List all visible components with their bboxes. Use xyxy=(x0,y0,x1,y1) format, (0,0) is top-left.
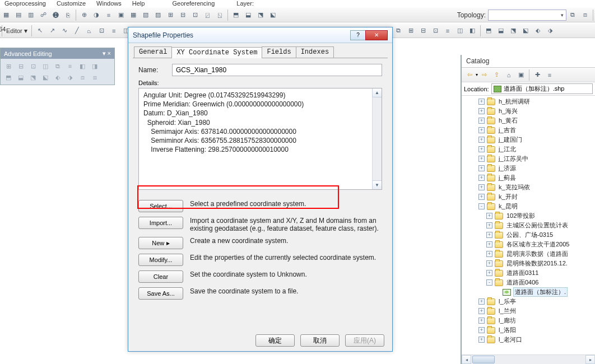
expand-toggle[interactable]: - xyxy=(478,203,485,209)
adv-tool-icon[interactable]: ⬖ xyxy=(52,72,63,83)
folder-toggle-icon[interactable]: ▣ xyxy=(515,69,527,81)
expand-toggle[interactable]: + xyxy=(478,337,485,343)
tree-item[interactable]: +h_杭州调研 xyxy=(463,97,595,106)
adv-tool-icon[interactable]: ◧ xyxy=(77,60,88,72)
dialog-help-button[interactable]: ? xyxy=(350,30,366,40)
tree-item[interactable]: +j_吉首 xyxy=(463,125,595,135)
dialog-close-button[interactable]: ✕ xyxy=(365,30,388,40)
catalog-horizontal-scrollbar[interactable]: ◂ ▸ xyxy=(462,354,595,364)
expand-toggle[interactable]: - xyxy=(486,279,492,286)
toolbar-icon[interactable]: ↖ xyxy=(34,25,45,36)
toolbar-icon[interactable]: ⬓ xyxy=(495,25,506,36)
tree-item[interactable]: +主城区公厕位置统计表 xyxy=(463,221,595,230)
toolbar-icon[interactable]: ≡ xyxy=(103,10,114,21)
toolbar-icon[interactable]: ⊡ xyxy=(96,25,107,36)
expand-toggle[interactable]: + xyxy=(478,327,485,333)
options-icon[interactable]: ≡ xyxy=(543,69,556,81)
toolbar-icon[interactable]: ▦ xyxy=(1,10,12,21)
expand-toggle[interactable]: + xyxy=(478,118,485,124)
connect-folder-icon[interactable]: ✚ xyxy=(531,69,543,81)
expand-toggle[interactable]: + xyxy=(486,232,492,238)
toolbar-icon[interactable]: ⊡ xyxy=(430,25,441,36)
toolbar-icon[interactable]: ⏢ xyxy=(83,25,95,36)
expand-toggle[interactable]: + xyxy=(478,194,485,200)
toolbar-icon[interactable]: ▧ xyxy=(140,10,151,21)
toolbar-icon[interactable]: ⧈ xyxy=(579,10,591,21)
scroll-down-icon[interactable]: ▼ xyxy=(372,180,382,190)
select-button[interactable]: Select... xyxy=(138,200,183,212)
tree-item[interactable]: +l_兰州 xyxy=(463,306,595,316)
expand-toggle[interactable]: + xyxy=(486,222,492,228)
adv-tool-icon[interactable]: ◫ xyxy=(40,60,51,72)
toolbar-icon[interactable]: ≡ xyxy=(442,25,453,36)
toolbar-icon[interactable]: ▥ xyxy=(25,10,36,21)
toolbar-icon[interactable]: ⊡ xyxy=(189,10,201,21)
expand-toggle[interactable]: + xyxy=(486,260,492,267)
expand-toggle[interactable]: + xyxy=(478,146,485,152)
adv-tool-icon[interactable]: ⬔ xyxy=(27,72,39,83)
toolbar-icon[interactable]: ⬒ xyxy=(230,10,241,21)
main-menubar[interactable]: Geoprocessing Customize Windows Help Geo… xyxy=(0,0,595,6)
toolbar-icon[interactable]: ▤ xyxy=(13,10,24,21)
adv-tool-icon[interactable]: ⧉ xyxy=(52,60,63,72)
toolbar-icon[interactable]: ⊕ xyxy=(78,10,90,21)
dock-pin-icon[interactable]: ▾ xyxy=(103,50,106,57)
tab-indexes[interactable]: Indexes xyxy=(296,46,334,58)
scroll-up-icon[interactable]: ▲ xyxy=(372,88,382,97)
toolbar-icon[interactable]: ☍ xyxy=(38,10,49,21)
toolbar-icon[interactable]: ≡ xyxy=(108,25,119,36)
toolbar-icon[interactable]: ⊞ xyxy=(165,10,176,21)
tree-item[interactable]: 道路面（加标注）. xyxy=(463,287,595,297)
adv-tool-icon[interactable]: ⬓ xyxy=(15,72,26,83)
toolbar-icon[interactable]: ▨ xyxy=(152,10,164,21)
tree-item[interactable]: +j_江北 xyxy=(463,144,595,154)
menu-geoprocessing[interactable]: Geoprocessing xyxy=(0,0,50,7)
ok-button[interactable]: 确定 xyxy=(255,334,295,347)
tree-item[interactable]: +昆明演示数据（道路面 xyxy=(463,249,595,259)
toolbar-icon[interactable]: ◑ xyxy=(91,10,102,21)
expand-toggle[interactable]: + xyxy=(478,165,485,171)
tree-item[interactable]: -k_昆明 xyxy=(463,202,595,211)
scroll-right-icon[interactable]: ▸ xyxy=(585,355,595,364)
menu-customize[interactable]: Customize xyxy=(52,0,90,7)
cancel-button[interactable]: 取消 xyxy=(300,334,340,347)
tree-item[interactable]: +l_乐亭 xyxy=(463,297,595,306)
tree-item[interactable]: +道路面0311 xyxy=(463,268,595,278)
adv-tool-icon[interactable]: ⬒ xyxy=(3,72,14,83)
tree-item[interactable]: +l_廊坊 xyxy=(463,316,595,325)
toolbar-icon[interactable]: ⬔ xyxy=(255,10,266,21)
adv-tool-icon[interactable]: ≡ xyxy=(64,60,76,72)
expand-toggle[interactable]: + xyxy=(478,99,485,105)
tree-item[interactable]: -道路面0406 xyxy=(463,278,595,287)
adv-tool-icon[interactable]: ⬕ xyxy=(40,72,51,83)
toolbar-icon[interactable]: ⬕ xyxy=(520,25,531,36)
scroll-thumb[interactable] xyxy=(472,356,495,363)
toolbar-icon[interactable]: ⊟ xyxy=(177,10,188,21)
toolbar-icon[interactable]: ⍁ xyxy=(202,10,213,21)
expand-toggle[interactable]: + xyxy=(478,175,485,181)
tree-item[interactable]: +j_蓟县 xyxy=(463,173,595,183)
back-icon[interactable]: ⇦ xyxy=(463,69,476,81)
forward-icon[interactable]: ⇨ xyxy=(478,69,490,81)
toolbar-icon[interactable]: ⬕ xyxy=(267,10,278,21)
tab-general[interactable]: General xyxy=(134,46,172,58)
toolbar-icon[interactable]: ↗ xyxy=(47,25,58,36)
tab-fields[interactable]: Fields xyxy=(262,46,296,58)
adv-tool-icon[interactable]: ⊡ xyxy=(27,60,39,72)
expand-toggle[interactable]: + xyxy=(478,127,485,133)
toolbar-icon[interactable]: ◧ xyxy=(467,25,478,36)
tree-item[interactable]: +l_老河口 xyxy=(463,335,595,343)
adv-tool-icon[interactable]: ⊟ xyxy=(15,60,26,72)
expand-toggle[interactable]: + xyxy=(486,213,492,219)
tree-item[interactable]: +j_江苏吴中 xyxy=(463,154,595,164)
editor-menu[interactable]: Editor ▾ xyxy=(4,27,30,35)
toolbar-icon[interactable]: ⎘ xyxy=(62,10,73,21)
toolbar-icon[interactable]: 🅘 xyxy=(50,10,61,21)
tree-item[interactable]: +j_济源 xyxy=(463,164,595,173)
toolbar-icon[interactable]: ⬒ xyxy=(483,25,494,36)
modify-button[interactable]: Modify... xyxy=(138,254,183,266)
tree-item[interactable]: +h_海兴 xyxy=(463,106,595,116)
toolbar-icon[interactable]: ╱ xyxy=(71,25,82,36)
new-button[interactable]: New ▸ xyxy=(138,237,183,249)
expand-toggle[interactable]: + xyxy=(478,298,485,305)
